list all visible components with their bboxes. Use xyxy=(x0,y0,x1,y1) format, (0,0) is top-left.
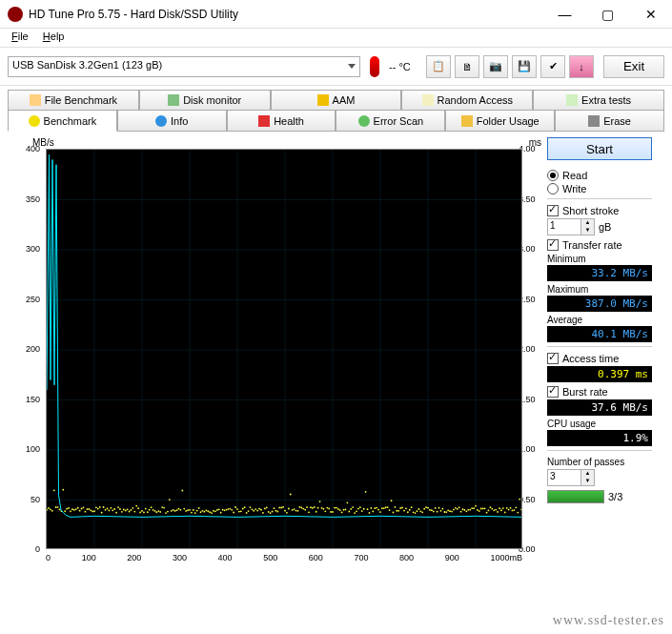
svg-point-168 xyxy=(354,512,356,514)
thermometer-icon xyxy=(370,56,379,77)
svg-point-129 xyxy=(282,506,284,508)
svg-point-35 xyxy=(110,507,112,509)
svg-point-43 xyxy=(125,510,127,512)
svg-point-33 xyxy=(107,508,109,510)
burst-rate-check[interactable] xyxy=(547,386,559,398)
minimize-to-tray-button[interactable]: ↓ xyxy=(569,55,594,78)
svg-point-102 xyxy=(233,512,234,514)
svg-point-31 xyxy=(103,506,105,508)
access-time-value: 0.397 ms xyxy=(547,366,652,382)
max-value: 387.0 MB/s xyxy=(547,296,652,312)
maximize-button[interactable]: ▢ xyxy=(586,0,629,29)
svg-point-253 xyxy=(510,507,512,509)
read-radio[interactable] xyxy=(547,170,559,181)
svg-point-7 xyxy=(59,508,61,510)
tab-benchmark[interactable]: Benchmark xyxy=(8,111,117,132)
svg-point-75 xyxy=(183,508,185,510)
svg-point-241 xyxy=(488,510,490,512)
svg-point-139 xyxy=(300,507,302,509)
menu-file[interactable]: File xyxy=(6,31,34,42)
svg-point-40 xyxy=(119,508,121,510)
svg-point-56 xyxy=(149,509,151,511)
options-button[interactable]: ✔ xyxy=(540,55,565,78)
svg-point-180 xyxy=(376,507,377,509)
svg-point-80 xyxy=(193,509,194,511)
tab-disk-monitor[interactable]: Disk monitor xyxy=(139,90,271,111)
svg-point-153 xyxy=(326,507,328,509)
svg-point-235 xyxy=(477,509,479,511)
svg-point-72 xyxy=(178,508,180,510)
svg-point-79 xyxy=(191,512,193,514)
svg-point-252 xyxy=(508,509,510,511)
tab-random-access[interactable]: Random Access xyxy=(401,90,533,111)
menu-help[interactable]: Help xyxy=(37,31,71,42)
svg-point-200 xyxy=(413,511,415,513)
transfer-rate-check[interactable] xyxy=(547,239,559,251)
svg-point-237 xyxy=(480,508,482,510)
write-radio[interactable] xyxy=(547,183,559,194)
tab-info[interactable]: Info xyxy=(117,111,227,132)
passes-spin[interactable]: 3▲▼ xyxy=(547,469,595,486)
titlebar: HD Tune Pro 5.75 - Hard Disk/SSD Utility… xyxy=(0,0,672,29)
benchmark-chart: MB/s ms 050100150200250300350400 0.000.5… xyxy=(8,137,541,572)
passes-label: Number of passes xyxy=(547,457,652,467)
svg-point-130 xyxy=(284,510,286,512)
svg-point-128 xyxy=(280,507,282,509)
minimize-button[interactable]: — xyxy=(543,0,586,29)
svg-point-134 xyxy=(292,509,294,511)
svg-point-74 xyxy=(181,490,183,492)
device-select[interactable]: USB SanDisk 3.2Gen1 (123 gB) xyxy=(8,56,360,77)
svg-point-246 xyxy=(497,511,499,513)
svg-point-174 xyxy=(365,491,367,493)
svg-point-178 xyxy=(372,511,374,513)
start-button[interactable]: Start xyxy=(547,137,652,160)
exit-button[interactable]: Exit xyxy=(603,55,664,78)
svg-point-242 xyxy=(489,506,491,508)
tab-error-scan[interactable]: Error Scan xyxy=(336,111,445,132)
svg-point-191 xyxy=(396,510,397,512)
close-button[interactable]: ✕ xyxy=(629,0,672,29)
svg-point-209 xyxy=(429,509,431,511)
access-time-check[interactable] xyxy=(547,353,559,364)
svg-point-81 xyxy=(194,512,196,514)
svg-point-36 xyxy=(112,509,113,511)
svg-point-173 xyxy=(363,508,365,510)
svg-point-120 xyxy=(266,507,268,509)
tab-file-benchmark[interactable]: File Benchmark xyxy=(8,90,139,111)
copy-info-button[interactable]: 📋 xyxy=(426,55,451,78)
svg-point-116 xyxy=(258,508,260,510)
tab-erase[interactable]: Erase xyxy=(555,111,664,132)
tab-health[interactable]: Health xyxy=(227,111,336,132)
svg-point-190 xyxy=(394,506,396,508)
short-stroke-spin[interactable]: 1▲▼ xyxy=(547,218,595,235)
screenshot-button[interactable]: 📷 xyxy=(483,55,508,78)
svg-point-99 xyxy=(227,508,229,510)
svg-point-83 xyxy=(198,507,200,509)
svg-point-167 xyxy=(352,506,354,508)
tab-extra-tests[interactable]: Extra tests xyxy=(533,90,664,111)
svg-point-94 xyxy=(218,508,220,510)
svg-point-143 xyxy=(308,511,310,513)
svg-point-22 xyxy=(86,508,88,510)
svg-point-171 xyxy=(359,506,361,508)
info-icon xyxy=(155,115,167,127)
svg-point-221 xyxy=(451,511,453,513)
svg-point-162 xyxy=(343,509,345,511)
tab-row-2: Benchmark Info Health Error Scan Folder … xyxy=(8,111,664,132)
svg-point-257 xyxy=(517,512,519,514)
svg-point-231 xyxy=(469,509,471,511)
save-button[interactable]: 💾 xyxy=(512,55,537,78)
svg-point-245 xyxy=(495,509,497,511)
svg-point-112 xyxy=(251,508,253,510)
side-panel: Start Read Write Short stroke 1▲▼ gB Tra… xyxy=(547,137,652,572)
tab-aam[interactable]: AAM xyxy=(271,90,402,111)
svg-point-62 xyxy=(159,511,161,513)
svg-point-67 xyxy=(169,499,171,501)
copy-screenshot-button[interactable]: 🗎 xyxy=(455,55,479,78)
svg-point-192 xyxy=(397,510,399,512)
svg-point-243 xyxy=(491,508,493,510)
svg-point-133 xyxy=(290,494,292,496)
short-stroke-check[interactable] xyxy=(547,205,559,216)
svg-point-27 xyxy=(95,506,97,508)
tab-folder-usage[interactable]: Folder Usage xyxy=(445,111,555,132)
